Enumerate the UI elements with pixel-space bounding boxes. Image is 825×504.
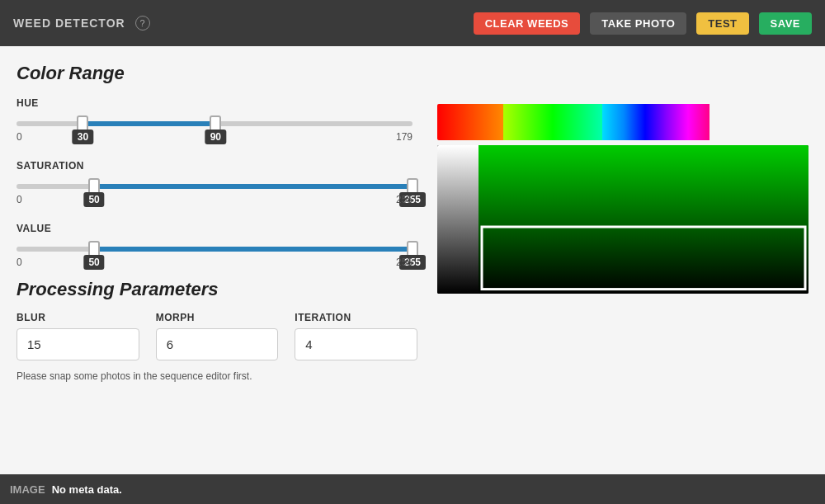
iteration-group: ITERATION xyxy=(295,312,417,360)
hue-badge-high: 90 xyxy=(205,130,226,144)
morph-group: MORPH xyxy=(156,312,279,360)
saturation-min-label: 0 xyxy=(16,194,22,205)
main-content: Color Range HUE 0 30 90 179 SATURATION xyxy=(0,46,825,474)
color-visualization xyxy=(437,145,808,294)
saturation-max-label: 255 xyxy=(396,194,412,205)
status-bar: IMAGE No meta data. xyxy=(0,474,825,504)
app-header: WEED DETECTOR ? CLEAR WEEDS TAKE PHOTO T… xyxy=(0,0,825,46)
take-photo-button[interactable]: TAKE PHOTO xyxy=(590,12,686,35)
hue-color-strip xyxy=(437,104,808,140)
saturation-slider-track[interactable] xyxy=(16,184,412,189)
value-slider-container[interactable] xyxy=(16,239,417,259)
hue-yellow-green xyxy=(503,104,602,140)
clear-weeds-button[interactable]: CLEAR WEEDS xyxy=(474,12,581,35)
saturation-slider-fill xyxy=(94,184,412,189)
value-min-label: 0 xyxy=(16,257,22,268)
hue-cyan-blue xyxy=(602,104,710,140)
blur-input[interactable] xyxy=(16,328,139,360)
iteration-input[interactable] xyxy=(295,328,417,360)
saturation-slider-container[interactable] xyxy=(16,177,417,196)
left-panel: Color Range HUE 0 30 90 179 SATURATION xyxy=(16,63,417,458)
right-panel xyxy=(437,63,808,458)
value-max-label: 255 xyxy=(396,257,412,268)
save-button[interactable]: SAVE xyxy=(759,12,812,35)
saturation-section: SATURATION 0 50 255 255 xyxy=(16,160,417,200)
blur-group: BLUR xyxy=(16,312,139,360)
morph-label: MORPH xyxy=(156,312,279,323)
hue-red-orange xyxy=(437,104,503,140)
hue-max-label: 179 xyxy=(396,131,412,143)
value-slider-track[interactable] xyxy=(16,247,412,252)
hue-slider-track[interactable] xyxy=(16,121,412,126)
color-canvas xyxy=(437,145,808,294)
morph-input[interactable] xyxy=(156,328,279,360)
hue-min-label: 0 xyxy=(16,131,22,143)
value-badge-low: 50 xyxy=(83,255,104,270)
processing-title: Processing Parameters xyxy=(16,279,417,300)
help-icon[interactable]: ? xyxy=(135,16,150,31)
value-slider-fill xyxy=(94,247,412,252)
iteration-label: ITERATION xyxy=(295,312,417,323)
saturation-label: SATURATION xyxy=(16,160,417,172)
blur-label: BLUR xyxy=(16,312,139,323)
test-button[interactable]: TEST xyxy=(696,12,748,35)
status-image-label: IMAGE xyxy=(10,483,45,496)
color-range-title: Color Range xyxy=(16,63,417,84)
hue-section: HUE 0 30 90 179 xyxy=(16,97,417,137)
hue-label: HUE xyxy=(16,97,417,109)
saturation-badge-low: 50 xyxy=(83,192,104,207)
hue-badge-low: 30 xyxy=(73,130,93,144)
value-section: VALUE 0 50 255 255 xyxy=(16,223,417,262)
snap-message: Please snap some photos in the sequence … xyxy=(16,370,417,382)
app-title: WEED DETECTOR xyxy=(13,16,125,30)
hue-slider-fill xyxy=(82,121,215,126)
status-message: No meta data. xyxy=(52,483,122,496)
params-row: BLUR MORPH ITERATION xyxy=(16,312,417,360)
value-label: VALUE xyxy=(16,223,417,234)
